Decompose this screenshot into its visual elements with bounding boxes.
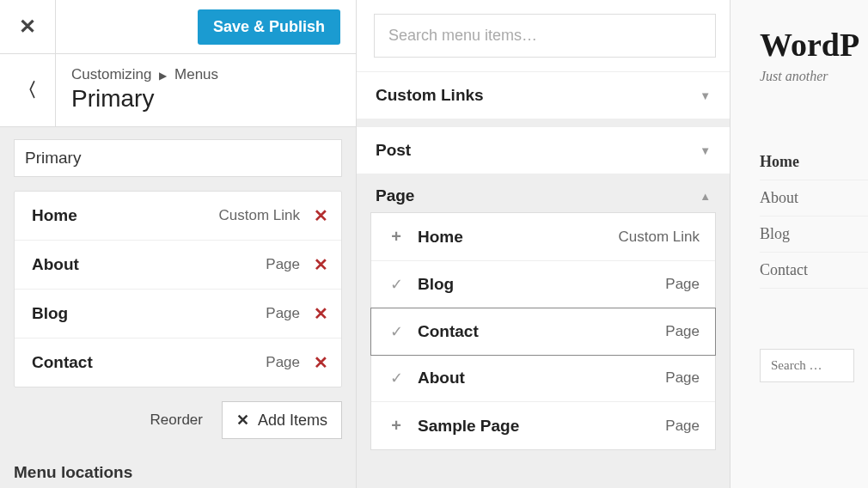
reorder-button[interactable]: Reorder — [150, 412, 203, 429]
remove-item-icon[interactable]: ✕ — [312, 303, 329, 324]
search-container — [357, 0, 730, 71]
page-item-row[interactable]: + Home Custom Link — [371, 213, 715, 261]
page-items-container: + Home Custom Link ✓ Blog Page ✓ Contact… — [357, 212, 730, 464]
nav-item[interactable]: Contact — [760, 253, 868, 289]
menu-item-type: Page — [266, 256, 300, 273]
nav-item[interactable]: Home — [760, 144, 868, 180]
close-icon: ✕ — [19, 15, 36, 39]
close-icon: ✕ — [236, 411, 249, 430]
menu-item-type: Custom Link — [219, 207, 300, 224]
menu-item-row[interactable]: Contact Page ✕ — [15, 339, 341, 387]
page-item-label: About — [418, 369, 665, 387]
page-item-row[interactable]: ✓ Contact Page — [370, 308, 716, 356]
accordion-title: Custom Links — [376, 86, 484, 105]
nav-item[interactable]: About — [760, 180, 868, 217]
page-item-label: Blog — [418, 275, 665, 294]
page-item-type: Page — [665, 276, 700, 293]
page-item-row[interactable]: ✓ Blog Page — [371, 261, 715, 308]
remove-item-icon[interactable]: ✕ — [312, 352, 329, 373]
remove-item-icon[interactable]: ✕ — [312, 205, 329, 226]
caret-right-icon: ▶ — [159, 70, 167, 82]
menu-name-input[interactable] — [14, 139, 342, 177]
menu-items-list: Home Custom Link ✕ About Page ✕ Blog Pag… — [14, 191, 342, 387]
accordion-title: Post — [376, 141, 411, 160]
close-button[interactable]: ✕ — [0, 0, 56, 53]
breadcrumb-section: Menus — [174, 66, 218, 82]
menu-item-type: Page — [266, 305, 300, 322]
chevron-up-icon: ▲ — [700, 190, 711, 203]
save-area: Save & Publish — [56, 0, 356, 53]
menu-item-label: Home — [32, 206, 219, 225]
menu-item-label: Blog — [32, 304, 266, 323]
plus-icon: + — [387, 416, 406, 436]
page-item-type: Page — [665, 323, 700, 340]
page-item-type: Page — [665, 369, 700, 387]
add-items-button[interactable]: ✕ Add Items — [222, 401, 342, 439]
page-item-type: Custom Link — [619, 229, 700, 246]
accordion-post[interactable]: Post ▼ — [357, 126, 730, 174]
page-item-type: Page — [665, 418, 700, 435]
preview-nav: Home About Blog Contact — [760, 144, 868, 289]
save-publish-button[interactable]: Save & Publish — [198, 9, 340, 45]
page-title: Primary — [71, 85, 340, 113]
page-item-label: Home — [418, 228, 619, 247]
customizer-panel: ✕ Save & Publish 〈 Customizing ▶ Menus P… — [0, 0, 357, 488]
accordion-custom-links[interactable]: Custom Links ▼ — [357, 71, 730, 119]
menu-item-label: Contact — [32, 353, 266, 372]
page-item-label: Contact — [418, 322, 665, 341]
chevron-down-icon: ▼ — [700, 89, 711, 102]
menu-item-row[interactable]: Blog Page ✕ — [15, 290, 341, 339]
chevron-down-icon: ▼ — [700, 144, 711, 157]
check-icon: ✓ — [387, 369, 406, 387]
top-bar: ✕ Save & Publish — [0, 0, 356, 53]
chevron-left-icon: 〈 — [18, 77, 37, 103]
page-item-label: Sample Page — [418, 417, 665, 436]
panel-header: 〈 Customizing ▶ Menus Primary — [0, 53, 356, 127]
plus-icon: + — [387, 227, 406, 247]
remove-item-icon[interactable]: ✕ — [312, 254, 329, 275]
preview-search-input[interactable] — [760, 349, 854, 382]
add-items-label: Add Items — [258, 412, 327, 430]
menu-locations-heading: Menu locations — [0, 439, 356, 482]
check-icon: ✓ — [387, 275, 406, 294]
accordion-page[interactable]: Page ▲ — [357, 174, 730, 212]
page-item-row[interactable]: ✓ About Page — [371, 355, 715, 402]
menu-item-row[interactable]: About Page ✕ — [15, 241, 341, 290]
breadcrumb: Customizing ▶ Menus Primary — [56, 54, 356, 126]
check-icon: ✓ — [387, 322, 406, 341]
page-item-row[interactable]: + Sample Page Page — [371, 402, 715, 449]
back-button[interactable]: 〈 — [0, 54, 56, 126]
accordion-title: Page — [376, 186, 414, 205]
menu-item-label: About — [32, 255, 266, 274]
nav-item[interactable]: Blog — [760, 217, 868, 253]
accordion: Custom Links ▼ Post ▼ Page ▲ + Home Cust… — [357, 71, 730, 464]
add-items-panel: Custom Links ▼ Post ▼ Page ▲ + Home Cust… — [357, 0, 730, 488]
site-tagline: Just another — [760, 69, 868, 84]
breadcrumb-root: Customizing — [71, 66, 152, 82]
site-title: WordP — [760, 26, 868, 64]
search-input[interactable] — [374, 14, 716, 58]
menu-actions: Reorder ✕ Add Items — [0, 387, 356, 439]
menu-item-row[interactable]: Home Custom Link ✕ — [15, 192, 341, 241]
site-preview: WordP Just another Home About Blog Conta… — [730, 0, 868, 488]
menu-item-type: Page — [266, 354, 300, 371]
